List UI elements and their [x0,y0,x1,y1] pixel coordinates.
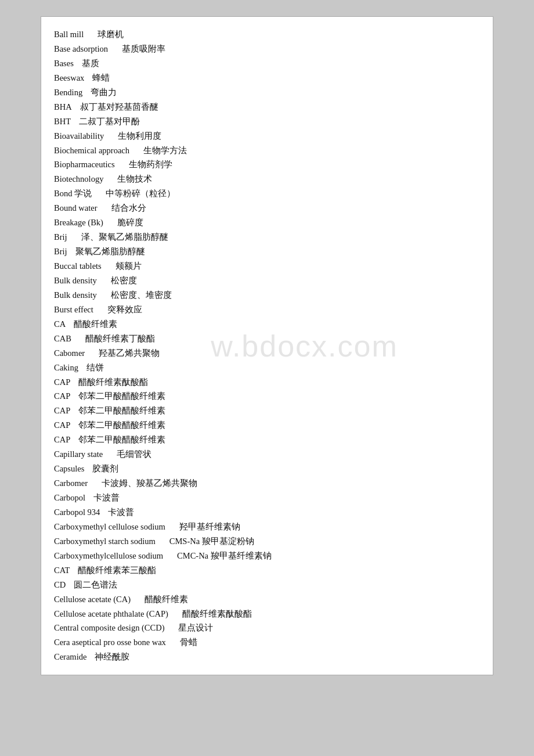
english-term: Capsules [54,464,84,473]
english-term: Bases [54,59,74,68]
english-term: CAP [54,420,70,430]
list-item: Breakage (Bk)脆碎度 [54,215,480,230]
list-item: Caking结饼 [54,361,480,375]
list-item: Carbopol卡波普 [54,491,480,505]
chinese-term: 基质 [82,59,99,68]
english-term: Breakage (Bk) [54,218,103,227]
chinese-term: 结合水分 [111,203,146,213]
list-item: Carbomer卡波姆、羧基乙烯共聚物 [54,476,480,491]
list-item: Bound water结合水分 [54,201,480,215]
english-term: Capillary state [54,449,103,459]
chinese-term: 邻苯二甲酸醋酸纤维素 [78,420,165,430]
english-term: Carboxymethylcellulose sodium [54,551,163,560]
list-item: Bases基质 [54,56,480,71]
list-item: BHA叔丁基对羟基茴香醚 [54,100,480,114]
english-term: Bending [54,88,82,97]
chinese-term: 醋酸纤维素 [145,595,188,604]
chinese-term: 胶囊剂 [92,464,118,473]
list-item: Carboxymethyl starch sodiumCMS-Na 羧甲基淀粉钠 [54,534,480,549]
english-term: Carboxymethyl starch sodium [54,537,156,546]
list-item: Ceramide神经酰胺 [54,650,480,664]
entries-list: Ball mill球磨机Base adsorption基质吸附率Bases基质B… [54,27,480,664]
chinese-term: 醋酸纤维素 [74,319,117,329]
english-term: Cabomer [54,348,85,358]
list-item: CAP醋酸纤维素酞酸酯 [54,375,480,390]
chinese-term: 羟基乙烯共聚物 [99,348,160,358]
chinese-term: 泽、聚氧乙烯脂肪醇醚 [81,232,168,242]
english-term: Bulk density [54,290,97,300]
english-term: Ceramide [54,652,86,661]
chinese-term: 颊额片 [116,261,142,271]
english-term: BHT [54,117,71,126]
chinese-term: 松密度 [111,276,137,285]
chinese-term: 醋酸纤维素丁酸酯 [85,334,155,343]
chinese-term: 蜂蜡 [92,73,110,82]
english-term: CAP [54,391,70,401]
chinese-term: 脆碎度 [117,218,143,227]
chinese-term: 生物药剂学 [129,160,172,169]
page-wrapper: w.bdocx.com Ball mill球磨机Base adsorption基… [41,12,493,675]
english-term: Cellulose acetate phthalate (CAP) [54,609,168,618]
english-term: CAP [54,406,70,415]
list-item: Base adsorption基质吸附率 [54,42,480,56]
english-term: Cellulose acetate (CA) [54,595,131,604]
english-term: CAP [54,435,70,444]
chinese-term: 邻苯二甲酸醋酸纤维素 [78,435,165,444]
english-term: Base adsorption [54,44,108,53]
list-item: BHT二叔丁基对甲酚 [54,114,480,129]
list-item: Biopharmaceutics生物药剂学 [54,157,480,172]
list-item: Cera aseptical pro osse bone wax骨蜡 [54,635,480,650]
chinese-term: 毛细管状 [117,449,151,459]
english-term: CA [54,319,66,329]
chinese-term: 醋酸纤维素苯三酸酯 [78,566,156,575]
chinese-term: 圆二色谱法 [74,580,117,589]
english-term: Carbopol 934 [54,507,100,517]
english-term: Carbopol [54,493,85,502]
list-item: Ball mill球磨机 [54,27,480,42]
english-term: Brij [54,232,67,242]
chinese-term: 中等粉碎（粒径） [106,189,175,198]
chinese-term: 松密度、堆密度 [111,290,172,300]
english-term: Brij [54,247,67,256]
chinese-term: 醋酸纤维素酞酸酯 [182,609,252,618]
list-item: Capsules胶囊剂 [54,462,480,476]
list-item: CAP邻苯二甲酸醋酸纤维素 [54,389,480,404]
list-item: Carbopol 934卡波普 [54,505,480,520]
chinese-term: 神经酰胺 [95,652,129,661]
list-item: CAB醋酸纤维素丁酸酯 [54,332,480,346]
list-item: Central composite design (CCD)星点设计 [54,621,480,635]
chinese-term: 结饼 [86,363,104,372]
chinese-term: 邻苯二甲酸醋酸纤维素 [78,391,165,401]
list-item: Brij泽、聚氧乙烯脂肪醇醚 [54,230,480,244]
list-item: Brij聚氧乙烯脂肪醇醚 [54,244,480,259]
list-item: Carboxymethyl cellulose sodium羟甲基纤维素钠 [54,520,480,534]
english-term: Carboxymethyl cellulose sodium [54,522,165,531]
english-term: Biochemical approach [54,146,129,155]
list-item: Burst effect突释效应 [54,303,480,317]
english-term: Bound water [54,203,98,213]
english-term: Bioavailability [54,131,104,141]
list-item: Biotechnology生物技术 [54,172,480,186]
english-term: CAT [54,566,70,575]
chinese-term: 聚氧乙烯脂肪醇醚 [75,247,145,256]
list-item: CA醋酸纤维素 [54,317,480,332]
english-term: Bulk density [54,276,97,285]
list-item: CAP邻苯二甲酸醋酸纤维素 [54,404,480,418]
list-item: CD圆二色谱法 [54,578,480,592]
chinese-term: CMC-Na 羧甲基纤维素钠 [177,551,272,560]
chinese-term: 卡波普 [108,507,134,517]
chinese-term: 羟甲基纤维素钠 [179,522,240,531]
list-item: Capillary state毛细管状 [54,447,480,462]
chinese-term: 星点设计 [178,623,213,632]
chinese-term: 叔丁基对羟基茴香醚 [80,102,158,111]
list-item: Beeswax蜂蜡 [54,71,480,85]
chinese-term: 醋酸纤维素酞酸酯 [78,377,148,387]
chinese-term: 邻苯二甲酸醋酸纤维素 [78,406,165,415]
list-item: CAT醋酸纤维素苯三酸酯 [54,563,480,578]
list-item: Biochemical approach生物学方法 [54,143,480,158]
chinese-term: 基质吸附率 [122,44,165,53]
english-term: Bond 学说 [54,189,92,198]
english-term: Cera aseptical pro osse bone wax [54,638,166,647]
english-term: CD [54,580,66,589]
list-item: Buccal tablets颊额片 [54,259,480,273]
